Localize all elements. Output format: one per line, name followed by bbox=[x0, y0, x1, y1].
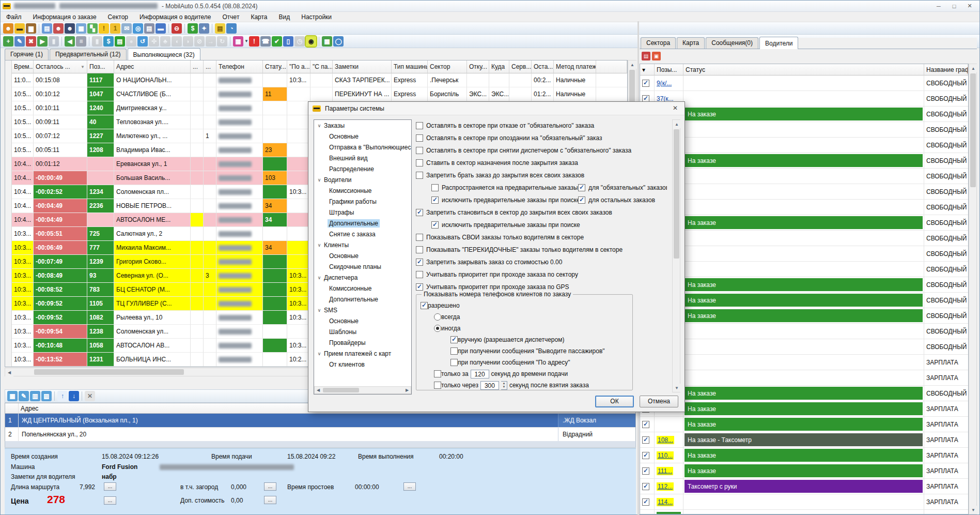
database-icon[interactable]: ▤ bbox=[144, 23, 154, 34]
driver-row[interactable]: ЗАРПЛАТА bbox=[640, 370, 968, 386]
pie-chart-icon[interactable]: ◔ bbox=[226, 23, 237, 34]
column-header-notes[interactable]: Заметки bbox=[333, 60, 392, 73]
driver-row[interactable]: 9(к/...СВОБОДНЫЙ bbox=[640, 75, 968, 91]
price-more-button[interactable]: ... bbox=[104, 496, 116, 505]
puzzle-icon[interactable]: ▚ bbox=[87, 23, 98, 34]
tree-item[interactable]: Графики работы bbox=[314, 196, 411, 207]
undo-icon[interactable]: ↺ bbox=[137, 36, 148, 47]
option-checkbox[interactable] bbox=[434, 370, 441, 377]
column-header-poa[interactable]: "По а... bbox=[287, 60, 310, 73]
column-header-phone[interactable]: Телефон bbox=[216, 60, 263, 73]
scroll-left-icon[interactable]: ◀ bbox=[5, 368, 13, 376]
driver-callsign-link[interactable]: 108... bbox=[657, 436, 674, 444]
tree-icon[interactable]: ♣ bbox=[160, 36, 170, 47]
driver-callsign-link[interactable]: 114... bbox=[657, 498, 674, 506]
column-header-left[interactable]: Оста... bbox=[532, 60, 554, 73]
cancel-button[interactable]: Отмена bbox=[640, 396, 678, 407]
mail-icon[interactable]: ✉ bbox=[121, 23, 132, 34]
menu-item[interactable]: Файл bbox=[1, 12, 27, 22]
select-all-filter-icon[interactable]: ▾ bbox=[640, 64, 655, 75]
chevron-down-icon[interactable]: ∨ bbox=[316, 351, 322, 356]
address-map-icon[interactable]: ▨ bbox=[41, 391, 52, 401]
tab-order[interactable]: Предварительный (12) bbox=[50, 49, 127, 60]
driver-row[interactable]: 110...На заказеЗАРПЛАТА bbox=[640, 448, 968, 463]
tree-item[interactable]: Провайдеры bbox=[314, 337, 411, 348]
option-checkbox[interactable] bbox=[578, 184, 585, 191]
db-run-icon[interactable]: ▶ bbox=[37, 36, 48, 47]
menu-item[interactable]: Карта bbox=[245, 12, 273, 22]
driver-row[interactable]: СВОБОДНЫЙ bbox=[640, 324, 968, 339]
option-checkbox[interactable] bbox=[578, 196, 585, 204]
tree-horizontal-scrollbar[interactable]: ◀ ▶ bbox=[314, 386, 411, 394]
tree-item[interactable]: Отправка в "Выполняющиес bbox=[314, 142, 411, 153]
tree-item[interactable]: Дополнительные bbox=[314, 294, 411, 305]
route-length-more-button[interactable]: ... bbox=[104, 482, 116, 491]
column-header-time[interactable]: Врем... bbox=[12, 60, 34, 73]
tab-order[interactable]: Горячие (1) bbox=[5, 49, 49, 60]
scrollbar-thumb[interactable] bbox=[970, 73, 976, 187]
option-checkbox[interactable] bbox=[434, 382, 441, 389]
address-add-icon[interactable]: ▦ bbox=[7, 391, 18, 401]
merge-icon[interactable]: ✣ bbox=[149, 36, 159, 47]
db-close-icon[interactable]: ▮ bbox=[49, 36, 59, 47]
tree-item[interactable]: Основные bbox=[314, 131, 411, 142]
suburb-more-button[interactable]: ... bbox=[264, 482, 276, 491]
move-up-icon[interactable]: ↑ bbox=[57, 391, 68, 401]
option-checkbox[interactable] bbox=[416, 122, 423, 129]
driver-row[interactable]: На заказеЗАРПЛАТА bbox=[640, 417, 968, 432]
tree-item[interactable]: Шаблоны bbox=[314, 326, 411, 337]
cancel-icon[interactable]: ⊘ bbox=[194, 36, 205, 47]
scrollbar-thumb[interactable] bbox=[674, 129, 679, 259]
column-header-addr[interactable]: Адрес bbox=[114, 60, 191, 73]
calc-dollar-icon[interactable]: $ bbox=[103, 36, 114, 47]
menu-item[interactable]: Информация о заказе bbox=[27, 12, 102, 22]
driver-row[interactable]: СВОБОДНЫЙ bbox=[640, 246, 968, 262]
redo-icon[interactable]: ↻ bbox=[217, 36, 227, 47]
scroll-up-icon[interactable]: ▲ bbox=[673, 120, 681, 128]
driver-callsign-link[interactable]: 112... bbox=[657, 482, 674, 491]
target-icon[interactable]: ◎ bbox=[133, 23, 143, 34]
driver-row[interactable]: На заказеСВОБОДНЫЙ bbox=[640, 107, 968, 122]
seconds-input[interactable]: 120 bbox=[471, 370, 489, 378]
allowed-checkbox[interactable] bbox=[421, 302, 428, 309]
tree-item[interactable]: Снятие с заказа bbox=[314, 229, 411, 239]
order-row[interactable]: 10:5...00:10:121047СЧАСТЛИВОЕ (Б...11ПЕР… bbox=[5, 87, 627, 101]
forward-icon[interactable]: → bbox=[206, 36, 216, 47]
tree-item[interactable]: ∨Прием платежей с карт bbox=[314, 348, 411, 359]
right-tab[interactable]: Сообщения(0) bbox=[706, 37, 758, 49]
column-header-remain[interactable]: Осталось ...▼ bbox=[34, 60, 87, 73]
driver-row[interactable]: СВОБОДНЫЙ bbox=[640, 169, 968, 184]
driver-row[interactable]: 112...Таксометр с рукиЗАРПЛАТА bbox=[640, 479, 968, 494]
option-checkbox[interactable] bbox=[416, 234, 423, 241]
menu-item[interactable]: Информация о водителе bbox=[134, 12, 216, 22]
address-swap-icon[interactable]: ▥ bbox=[30, 391, 40, 401]
tree-item[interactable]: Внешний вид bbox=[314, 153, 411, 163]
column-header-c2[interactable]: ... bbox=[204, 60, 216, 73]
driver-row[interactable]: СВОБОДНЫЙ bbox=[640, 122, 968, 138]
driver-row[interactable]: СВОБОДНЫЙ bbox=[640, 200, 968, 215]
driver-checkbox[interactable] bbox=[642, 514, 649, 515]
priority-icon[interactable]: ! bbox=[249, 36, 259, 47]
tree-item[interactable]: ∨Клиенты bbox=[314, 239, 411, 250]
driver-row[interactable]: На заказеЗАРПЛАТА bbox=[640, 401, 968, 417]
minimize-button[interactable]: ─ bbox=[931, 2, 946, 11]
column-header-pay[interactable]: Метод платежа bbox=[554, 60, 596, 73]
tree-item[interactable]: От клиентов bbox=[314, 359, 411, 370]
stack-icon[interactable]: ≡ bbox=[76, 36, 86, 47]
maximize-button[interactable]: □ bbox=[946, 2, 962, 11]
driver-row[interactable]: 114...ЗАРПЛАТА bbox=[640, 494, 968, 510]
mobile-icon[interactable]: ▯ bbox=[283, 36, 293, 47]
money-icon[interactable]: $ bbox=[188, 23, 198, 34]
driver-row[interactable]: На заказеСВОБОДНЫЙ bbox=[640, 215, 968, 231]
driver-icon[interactable]: ☻ bbox=[65, 23, 75, 34]
db-edit-icon[interactable]: ✎ bbox=[14, 36, 25, 47]
driver-row[interactable]: На заказеСВОБОДНЫЙ bbox=[640, 308, 968, 324]
option-checkbox[interactable] bbox=[450, 347, 458, 355]
scroll-down-icon[interactable]: ▼ bbox=[969, 506, 977, 514]
column-header-pos[interactable]: Поз... bbox=[87, 60, 114, 73]
driver-callsign-link[interactable]: 111... bbox=[657, 467, 673, 475]
tree-item[interactable]: Комиссионные bbox=[314, 185, 411, 196]
resume-icon[interactable]: ◗ bbox=[183, 36, 193, 47]
option-checkbox[interactable] bbox=[416, 271, 423, 278]
option-checkbox[interactable] bbox=[416, 259, 423, 266]
